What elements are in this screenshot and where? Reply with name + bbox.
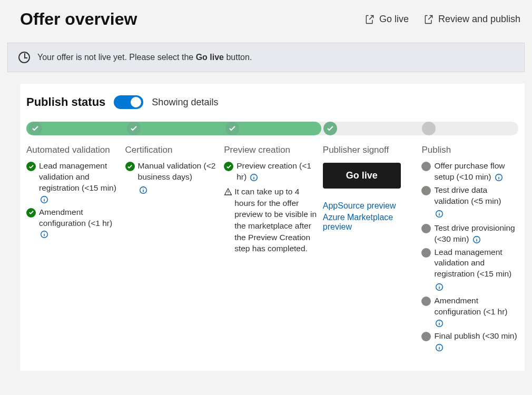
info-icon[interactable] — [435, 210, 444, 218]
svg-point-8 — [143, 188, 143, 189]
step-lead-mgmt: Lead management validation and registrat… — [26, 161, 123, 205]
stage-publish: Publish Offer purchase flow setup (<10 m… — [421, 142, 518, 355]
info-icon[interactable] — [139, 186, 147, 194]
stage-node-preview — [225, 122, 239, 135]
stage-node-signoff — [323, 122, 337, 135]
review-publish-label: Review and publish — [438, 14, 520, 25]
details-toggle[interactable] — [114, 95, 143, 109]
stage-node-automated — [28, 122, 42, 135]
stage-preview-creation: Preview creation Preview creation (<1 hr… — [224, 142, 321, 355]
svg-point-25 — [439, 285, 440, 285]
stage-automated-validation: Automated validation Lead management val… — [26, 142, 123, 355]
publish-icon — [423, 14, 434, 25]
status-header: Publish status Showing details — [26, 95, 518, 109]
step-pub-amendment: Amendment configuration (<1 hr) — [421, 295, 518, 329]
stage-columns: Automated validation Lead management val… — [26, 142, 518, 355]
svg-point-22 — [476, 238, 477, 238]
review-and-publish-button[interactable]: Review and publish — [423, 14, 520, 25]
info-banner-text: Your offer is not live yet. Please selec… — [37, 53, 252, 62]
stage-title: Publisher signoff — [323, 145, 420, 155]
svg-point-11 — [254, 175, 254, 176]
step-manual-validation: Manual validation (<2 business days) — [125, 161, 222, 183]
clock-icon — [18, 52, 30, 63]
pending-dot-icon — [421, 248, 431, 258]
page-title: Offer overview — [20, 9, 137, 29]
info-icon[interactable] — [435, 283, 444, 291]
stage-title: Certification — [125, 145, 222, 155]
check-icon — [26, 162, 36, 171]
svg-point-13 — [228, 193, 229, 194]
info-icon[interactable] — [250, 173, 258, 182]
stage-title: Preview creation — [224, 145, 321, 155]
stage-publisher-signoff: Publisher signoff Go live AppSource prev… — [323, 142, 420, 355]
svg-point-31 — [439, 345, 440, 346]
svg-point-16 — [498, 175, 499, 176]
go-live-header-label: Go live — [379, 14, 409, 25]
stage-node-certification — [127, 122, 141, 135]
svg-point-28 — [439, 321, 440, 322]
publish-status-title: Publish status — [26, 95, 105, 109]
details-toggle-label: Showing details — [152, 97, 218, 108]
appsource-preview-link[interactable]: AppSource preview — [323, 201, 420, 211]
azure-marketplace-preview-link[interactable]: Azure Marketplace preview — [323, 213, 420, 232]
pending-dot-icon — [421, 297, 431, 306]
cert-info — [138, 185, 222, 194]
check-icon — [26, 208, 36, 218]
stage-certification: Certification Manual validation (<2 busi… — [125, 142, 222, 355]
info-icon[interactable] — [435, 319, 444, 328]
header-actions: Go live Review and publish — [364, 14, 520, 25]
progress-nodes — [26, 121, 518, 136]
publish-status-card: Publish status Showing details Automated… — [20, 84, 525, 371]
pending-dot-icon — [421, 186, 431, 195]
stage-node-publish — [422, 122, 436, 135]
svg-point-19 — [439, 212, 440, 213]
check-icon — [125, 162, 135, 171]
pending-dot-icon — [421, 162, 431, 171]
pending-dot-icon — [421, 224, 431, 233]
publish-icon — [364, 14, 375, 25]
preview-warning: It can take up to 4 hours for the offer … — [224, 186, 321, 254]
step-offer-purchase: Offer purchase flow setup (<10 min) — [421, 161, 518, 183]
progress-track — [26, 121, 518, 136]
warning-icon — [224, 187, 232, 196]
step-preview-creation: Preview creation (<1 hr) — [224, 161, 321, 183]
info-icon[interactable] — [435, 343, 444, 352]
check-icon — [224, 162, 233, 171]
go-live-header-button[interactable]: Go live — [364, 14, 409, 25]
step-test-drive-provisioning: Test drive provisioning (<30 min) — [421, 223, 518, 245]
step-amendment: Amendment configuration (<1 hr) — [26, 207, 123, 240]
pending-dot-icon — [421, 332, 431, 341]
info-icon[interactable] — [40, 230, 48, 239]
go-live-button[interactable]: Go live — [323, 163, 401, 189]
info-icon[interactable] — [40, 195, 48, 204]
info-icon[interactable] — [472, 235, 481, 244]
info-icon[interactable] — [495, 173, 503, 182]
step-final-publish: Final publish (<30 min) — [421, 331, 518, 353]
step-pub-lead-mgmt: Lead management validation and registrat… — [421, 247, 518, 280]
page-header: Offer overview Go live Review and publis… — [0, 0, 532, 43]
stage-title: Publish — [421, 145, 518, 155]
stage-title: Automated validation — [26, 145, 123, 155]
info-banner: Your offer is not live yet. Please selec… — [7, 43, 525, 72]
svg-point-2 — [44, 197, 44, 198]
step-test-drive-validation: Test drive data validation (<5 min) — [421, 185, 518, 207]
svg-point-5 — [44, 233, 44, 233]
